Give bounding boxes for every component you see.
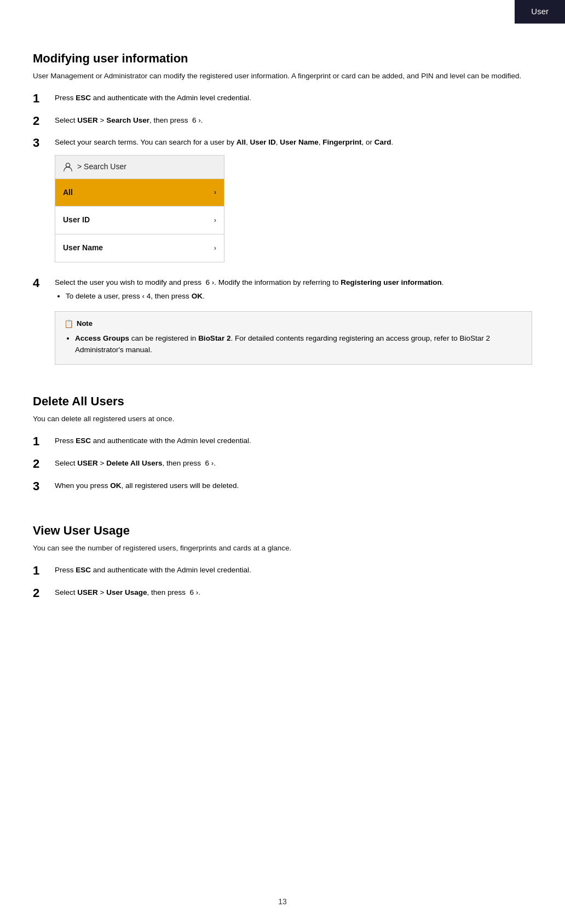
note-content: Access Groups can be registered in BioSt… — [64, 333, 523, 356]
note-box: 📋 Note Access Groups can be registered i… — [55, 311, 532, 365]
chevron-icon-all: › — [214, 187, 216, 198]
step-number-4: 4 — [33, 276, 55, 291]
step-number-1: 1 — [33, 91, 55, 107]
page: User Modifying user information User Man… — [0, 0, 565, 924]
delete-step-3: 3 When you press OK, all registered user… — [33, 479, 532, 495]
step-number-2: 2 — [33, 113, 55, 129]
menu-item-userid[interactable]: User ID › — [55, 206, 224, 234]
view-step-content-2: Select USER > User Usage, then press 6 ›… — [55, 586, 532, 599]
step-content-4: Select the user you wish to modify and p… — [55, 276, 532, 305]
search-user-menu: > Search User All › User ID › User Name … — [55, 155, 224, 262]
step-1: 1 Press ESC and authenticate with the Ad… — [33, 91, 532, 107]
view-section: View User Usage You can see the number o… — [33, 521, 532, 601]
note-icon: 📋 — [64, 318, 73, 330]
page-number: 13 — [33, 896, 532, 908]
delete-section: Delete All Users You can delete all regi… — [33, 392, 532, 494]
note-bullets: Access Groups can be registered in BioSt… — [75, 333, 523, 356]
note-title: 📋 Note — [64, 318, 523, 330]
delete-intro: You can delete all registered users at o… — [33, 414, 532, 425]
delete-title: Delete All Users — [33, 392, 532, 410]
step-content-2: Select USER > Search User, then press 6 … — [55, 113, 532, 127]
chevron-icon-userid: › — [214, 215, 216, 226]
modifying-title: Modifying user information — [33, 49, 532, 67]
delete-step-number-1: 1 — [33, 434, 55, 450]
step4-bullets: To delete a user, press ‹ 4, then press … — [66, 291, 532, 302]
delete-step-number-3: 3 — [33, 479, 55, 495]
note-title-text: Note — [77, 318, 93, 329]
step-number-3: 3 — [33, 135, 55, 151]
menu-item-userid-label: User ID — [63, 214, 90, 226]
view-step-number-2: 2 — [33, 586, 55, 601]
step-content-1: Press ESC and authenticate with the Admi… — [55, 91, 532, 104]
menu-header-label: > Search User — [77, 161, 126, 173]
delete-step-content-3: When you press OK, all registered users … — [55, 479, 532, 492]
menu-item-all[interactable]: All › — [55, 179, 224, 207]
page-header: User — [515, 0, 565, 24]
menu-item-all-label: All — [63, 187, 73, 199]
view-step-number-1: 1 — [33, 563, 55, 579]
view-intro: You can see the number of registered use… — [33, 543, 532, 554]
step-4: 4 Select the user you wish to modify and… — [33, 276, 532, 305]
person-icon — [63, 162, 73, 172]
view-title: View User Usage — [33, 521, 532, 540]
menu-header: > Search User — [55, 156, 224, 179]
step4-bullet-1: To delete a user, press ‹ 4, then press … — [66, 291, 532, 302]
view-step-2: 2 Select USER > User Usage, then press 6… — [33, 586, 532, 601]
header-label: User — [531, 7, 549, 16]
step-3: 3 Select your search terms. You can sear… — [33, 135, 532, 269]
menu-item-username-label: User Name — [63, 242, 103, 254]
view-step-content-1: Press ESC and authenticate with the Admi… — [55, 563, 532, 576]
chevron-icon-username: › — [214, 243, 216, 254]
step-content-3: Select your search terms. You can search… — [55, 135, 532, 269]
modifying-section: Modifying user information User Manageme… — [33, 49, 532, 365]
delete-step-content-2: Select USER > Delete All Users, then pre… — [55, 456, 532, 469]
svg-point-0 — [66, 163, 70, 167]
modifying-intro: User Management or Administrator can mod… — [33, 71, 532, 82]
note-bullet-1: Access Groups can be registered in BioSt… — [75, 333, 523, 356]
menu-item-username[interactable]: User Name › — [55, 234, 224, 262]
view-step-1: 1 Press ESC and authenticate with the Ad… — [33, 563, 532, 579]
delete-step-2: 2 Select USER > Delete All Users, then p… — [33, 456, 532, 472]
delete-step-number-2: 2 — [33, 456, 55, 472]
step-2: 2 Select USER > Search User, then press … — [33, 113, 532, 129]
delete-step-content-1: Press ESC and authenticate with the Admi… — [55, 434, 532, 447]
delete-step-1: 1 Press ESC and authenticate with the Ad… — [33, 434, 532, 450]
